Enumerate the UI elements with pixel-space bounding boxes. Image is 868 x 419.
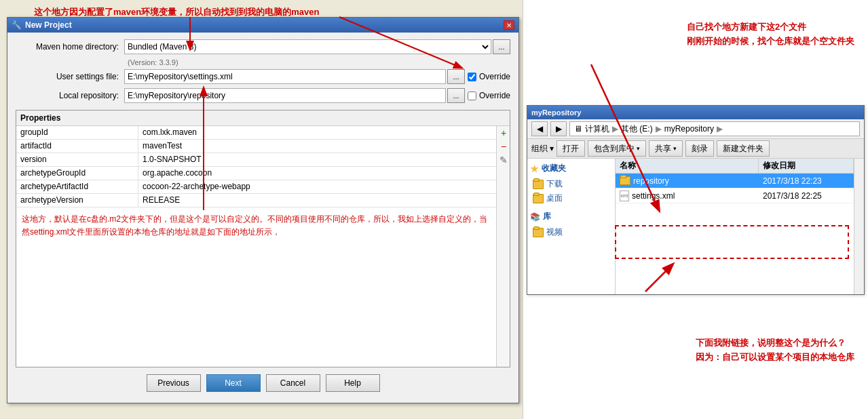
file-row-settings[interactable]: xml settings.xml 2017/3/18 22:25 xyxy=(616,188,854,203)
prop-row-groupid[interactable]: groupId com.lxk.maven xyxy=(16,126,496,140)
user-settings-input[interactable] xyxy=(124,69,446,84)
user-settings-input-group: ... Override xyxy=(124,69,510,84)
properties-sidebar: + − ✎ xyxy=(496,126,510,367)
prop-row-archetypegroupid[interactable]: archetypeGroupId org.apache.cocoon xyxy=(16,167,496,180)
include-btn[interactable]: 包含到库中 ▾ xyxy=(588,140,646,157)
sidebar-item-desktop[interactable]: 桌面 xyxy=(530,191,612,205)
col-date-header: 修改日期 xyxy=(759,159,854,173)
properties-table: groupId com.lxk.maven artifactId mavenTe… xyxy=(16,126,510,367)
prop-row-archetypeversion[interactable]: archetypeVersion RELEASE xyxy=(16,194,496,207)
file-row-repository[interactable]: repository 2017/3/18 22:23 xyxy=(616,174,854,188)
forward-btn[interactable]: ▶ xyxy=(550,121,567,136)
override2-label: Override xyxy=(468,91,510,100)
maven-label: Maven home directory: xyxy=(16,42,124,52)
right-annotation-top: 自己找个地方新建下这2个文件 刚刚开始的时候，找个仓库就是个空文件夹 xyxy=(687,20,854,49)
sidebar-item-video[interactable]: 视频 xyxy=(530,225,612,239)
lib-header: 📚 库 xyxy=(530,211,612,222)
properties-list: groupId com.lxk.maven artifactId mavenTe… xyxy=(16,126,496,367)
maven-version: (Version: 3.3.9) xyxy=(128,58,510,66)
burn-btn[interactable]: 刻录 xyxy=(685,140,714,157)
prop-row-artifactid[interactable]: artifactId mavenTest xyxy=(16,140,496,153)
file-cell-settings-date: 2017/3/18 22:25 xyxy=(759,191,854,201)
prop-row-version[interactable]: version 1.0-SNAPSHOT xyxy=(16,153,496,167)
sidebar-item-download[interactable]: 下载 xyxy=(530,177,612,191)
explorer-titlebar: myRepository xyxy=(527,106,864,119)
dialog-title: New Project xyxy=(25,20,502,30)
lib-icon: 📚 xyxy=(530,212,540,222)
explorer-toolbar: ◀ ▶ 🖥 计算机 ▶ 其他 (E:) ▶ myRepository ▶ xyxy=(527,119,864,139)
new-project-dialog: 🔧 New Project ✕ Maven home directory: Bu… xyxy=(7,17,519,403)
back-btn[interactable]: ◀ xyxy=(531,121,548,136)
explorer-window: myRepository ◀ ▶ 🖥 计算机 ▶ 其他 (E:) ▶ myRep… xyxy=(527,105,865,295)
add-prop-btn[interactable]: + xyxy=(497,126,510,140)
properties-header: Properties xyxy=(16,111,510,126)
local-repo-browse-btn[interactable]: ... xyxy=(447,88,465,103)
folder-icon-download xyxy=(533,180,544,189)
dialog-titlebar: 🔧 New Project ✕ xyxy=(7,18,518,33)
annotation-top-text: 这个地方因为配置了maven环境变量，所以自动找到到我的电脑的maven xyxy=(34,7,319,17)
favorites-header: ★ 收藏夹 xyxy=(530,163,612,174)
dialog-content: Maven home directory: Bundled (Maven 3) … xyxy=(7,33,518,403)
new-folder-btn[interactable]: 新建文件夹 xyxy=(717,140,770,157)
lib-section: 📚 库 视频 xyxy=(530,211,612,239)
xml-icon-settings: xml xyxy=(620,191,629,201)
override2-checkbox[interactable] xyxy=(468,92,476,100)
properties-section: Properties groupId com.lxk.maven artifac… xyxy=(16,110,510,367)
explorer-scrollbar xyxy=(854,159,864,294)
screen: 这个地方因为配置了maven环境变量，所以自动找到到我的电脑的maven 🔧 N… xyxy=(0,0,868,419)
user-settings-browse-btn[interactable]: ... xyxy=(447,69,465,84)
local-repo-row: Local repository: ... Override xyxy=(16,88,510,103)
user-settings-row: User settings file: ... Override xyxy=(16,69,510,84)
share-btn[interactable]: 共享 ▾ xyxy=(649,140,683,157)
local-repo-label: Local repository: xyxy=(16,91,124,100)
close-button[interactable]: ✕ xyxy=(504,20,514,30)
dialog-area: 这个地方因为配置了maven环境变量，所以自动找到到我的电脑的maven 🔧 N… xyxy=(0,0,523,419)
edit-prop-btn[interactable]: ✎ xyxy=(497,153,510,167)
right-annotation-bottom: 下面我附链接，说明整这个是为什么？ 因为：自己可以设置某个项目的本地仓库 xyxy=(696,336,854,365)
file-cell-settings-name: xml settings.xml xyxy=(616,191,759,201)
maven-input-group: Bundled (Maven 3) ... xyxy=(124,39,510,54)
annotation-top: 这个地方因为配置了maven环境变量，所以自动找到到我的电脑的maven xyxy=(34,5,319,19)
dialog-icon: 🔧 xyxy=(12,20,21,30)
local-repo-input-group: ... Override xyxy=(124,88,510,103)
folder-icon-repo xyxy=(620,176,630,185)
file-cell-repo-name: repository xyxy=(616,176,759,186)
maven-dropdown[interactable]: Bundled (Maven 3) xyxy=(124,39,491,54)
explorer-title: myRepository xyxy=(531,108,581,117)
content-header: 名称 修改日期 xyxy=(616,159,854,174)
maven-browse-btn[interactable]: ... xyxy=(493,39,510,54)
explorer-content: 名称 修改日期 repository 2017/3/18 22:23 xyxy=(616,159,854,294)
explorer-area: 自己找个地方新建下这2个文件 刚刚开始的时候，找个仓库就是个空文件夹 下面我附链… xyxy=(523,0,868,419)
folder-icon-video xyxy=(533,228,544,237)
explorer-action-bar: 组织 ▾ 打开 包含到库中 ▾ 共享 ▾ 刻录 新建文件夹 xyxy=(527,139,864,159)
help-button[interactable]: Help xyxy=(326,374,380,392)
previous-button[interactable]: Previous xyxy=(147,374,201,392)
override1-checkbox[interactable] xyxy=(468,73,476,81)
next-button[interactable]: Next xyxy=(206,374,261,392)
file-cell-repo-date: 2017/3/18 22:23 xyxy=(759,176,854,186)
remove-prop-btn[interactable]: − xyxy=(497,140,510,153)
bottom-annotation: 这地方，默认是在c盘的.m2文件夹下的，但是这个是可以自定义的。不同的项目使用不… xyxy=(16,207,496,244)
explorer-breadcrumb[interactable]: 🖥 计算机 ▶ 其他 (E:) ▶ myRepository ▶ xyxy=(569,121,860,136)
explorer-main: ★ 收藏夹 下载 桌面 📚 库 xyxy=(527,159,864,294)
prop-row-archetypeartifactid[interactable]: archetypeArtifactId cocoon-22-archetype-… xyxy=(16,180,496,194)
maven-row: Maven home directory: Bundled (Maven 3) … xyxy=(16,39,510,54)
explorer-sidebar: ★ 收藏夹 下载 桌面 📚 库 xyxy=(527,159,616,294)
col-name-header: 名称 xyxy=(616,159,759,173)
local-repo-input[interactable] xyxy=(124,88,446,103)
cancel-button[interactable]: Cancel xyxy=(266,374,320,392)
star-icon: ★ xyxy=(530,163,539,174)
folder-icon-desktop xyxy=(533,194,544,203)
override1-label: Override xyxy=(468,72,510,81)
dialog-buttons: Previous Next Cancel Help xyxy=(16,367,510,396)
open-btn[interactable]: 打开 xyxy=(556,140,585,157)
user-settings-label: User settings file: xyxy=(16,72,124,81)
